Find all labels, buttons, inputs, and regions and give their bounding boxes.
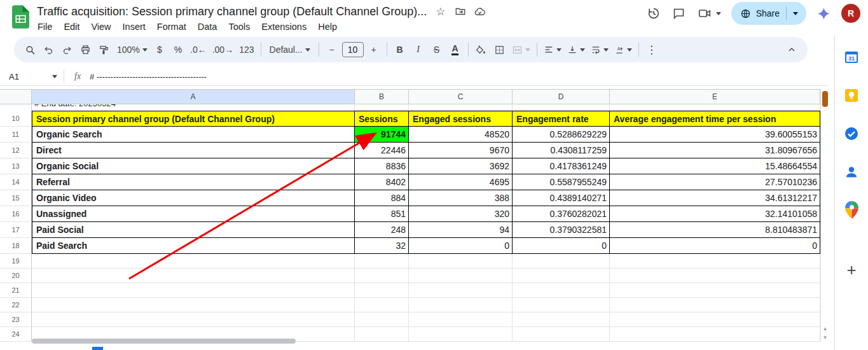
scroll-up-icon[interactable]: ▲ — [821, 325, 829, 333]
cell-D10[interactable]: Engagement rate — [513, 111, 610, 127]
account-avatar[interactable]: R — [841, 4, 860, 23]
number-format-button[interactable]: 123 — [237, 41, 256, 59]
cell-C21[interactable] — [409, 283, 513, 298]
cell-E13[interactable]: 15.48664554 — [610, 158, 820, 174]
row-header-18[interactable]: 18 — [0, 238, 32, 254]
menu-file[interactable]: File — [32, 20, 58, 33]
row-header-13[interactable]: 13 — [0, 158, 32, 174]
zoom-select[interactable]: 100% — [114, 41, 149, 59]
comments-icon[interactable] — [672, 6, 687, 21]
row-header-23[interactable]: 23 — [0, 312, 32, 327]
fill-color-button[interactable] — [473, 41, 490, 59]
share-button[interactable]: Share — [731, 2, 806, 25]
bold-button[interactable]: B — [392, 41, 408, 59]
collapse-toolbar-button[interactable] — [783, 41, 800, 59]
cell-E14[interactable]: 27.57010236 — [610, 174, 820, 190]
menu-format[interactable]: Format — [151, 20, 192, 33]
cell-E15[interactable]: 34.61312217 — [610, 190, 820, 206]
cell-C22[interactable] — [409, 298, 513, 312]
cell-C10[interactable]: Engaged sessions — [409, 111, 513, 127]
row-header-11[interactable]: 11 — [0, 127, 32, 143]
cell-A16[interactable]: Unassigned — [32, 206, 355, 222]
cell-E17[interactable]: 8.810483871 — [610, 222, 820, 238]
horizontal-scroll-thumb[interactable] — [32, 339, 296, 344]
gemini-sparkle-icon[interactable] — [816, 6, 831, 21]
row-header-17[interactable]: 17 — [0, 222, 32, 238]
cell-A18[interactable]: Paid Search — [32, 238, 355, 254]
currency-format-button[interactable]: $ — [151, 41, 168, 59]
sheets-logo-icon[interactable] — [12, 5, 29, 36]
cell-B18[interactable]: 32 — [355, 238, 409, 254]
share-dropdown[interactable] — [787, 2, 806, 25]
star-icon[interactable]: ☆ — [434, 6, 446, 18]
menu-data[interactable]: Data — [192, 20, 223, 33]
calendar-icon[interactable]: 31 — [844, 50, 859, 65]
strikethrough-button[interactable]: S — [429, 41, 445, 59]
cell-D13[interactable]: 0.4178361249 — [513, 158, 610, 174]
cell-A21[interactable] — [32, 283, 355, 298]
vertical-scrollbar[interactable]: ▲ ▼ — [820, 89, 829, 342]
column-header-E[interactable]: E — [610, 90, 820, 104]
menu-view[interactable]: View — [85, 20, 116, 33]
cell-B17[interactable]: 248 — [355, 222, 409, 238]
cell-A10[interactable]: Session primary channel group (Default C… — [32, 111, 355, 127]
cell-A11[interactable]: Organic Search — [32, 127, 355, 143]
cell-E12[interactable]: 31.80967656 — [610, 143, 820, 158]
cell-D23[interactable] — [513, 312, 610, 327]
horizontal-scrollbar[interactable] — [32, 337, 820, 345]
meet-call-control[interactable] — [697, 6, 721, 21]
text-wrap-button[interactable] — [589, 41, 610, 59]
row-header-16[interactable]: 16 — [0, 206, 32, 222]
cell-B21[interactable] — [355, 283, 409, 298]
cell-A20[interactable] — [32, 269, 355, 283]
column-header-A[interactable]: A — [32, 90, 355, 104]
row-header-10[interactable]: 10 — [0, 111, 32, 127]
cell-E19[interactable] — [610, 254, 820, 269]
text-color-button[interactable]: A — [451, 44, 458, 55]
search-icon[interactable] — [22, 41, 38, 59]
more-options-button[interactable]: ⋮ — [644, 41, 660, 59]
cell-D11[interactable]: 0.5288629229 — [513, 127, 610, 143]
cell-E20[interactable] — [610, 269, 820, 283]
cell-E22[interactable] — [610, 298, 820, 312]
cell-E16[interactable]: 32.14101058 — [610, 206, 820, 222]
cell-D-partial[interactable] — [513, 104, 610, 111]
cell-A17[interactable]: Paid Social — [32, 222, 355, 238]
font-size-input[interactable]: 10 — [342, 42, 364, 57]
increase-font-size-button[interactable]: + — [366, 41, 382, 59]
cell-B14[interactable]: 8402 — [355, 174, 409, 190]
column-header-C[interactable]: C — [409, 90, 513, 104]
paint-format-button[interactable] — [95, 41, 112, 59]
cell-C13[interactable]: 3692 — [409, 158, 513, 174]
cell-B20[interactable] — [355, 269, 409, 283]
menu-extensions[interactable]: Extensions — [256, 20, 312, 33]
cell-A22[interactable] — [32, 298, 355, 312]
font-select[interactable]: Defaul... — [266, 41, 314, 59]
cell-C19[interactable] — [409, 254, 513, 269]
row-header-22[interactable]: 22 — [0, 298, 32, 312]
cell-E11[interactable]: 39.60055153 — [610, 127, 820, 143]
column-header-D[interactable]: D — [513, 90, 610, 104]
undo-button[interactable] — [40, 41, 57, 59]
cell-B23[interactable] — [355, 312, 409, 327]
row-header-partial[interactable] — [0, 104, 32, 111]
cell-A12[interactable]: Direct — [32, 143, 355, 158]
formula-input[interactable]: # --------------------------------------… — [90, 72, 207, 81]
row-header-15[interactable]: 15 — [0, 190, 32, 206]
borders-button[interactable] — [492, 41, 508, 59]
move-folder-icon[interactable] — [454, 6, 466, 18]
cell-B19[interactable] — [355, 254, 409, 269]
cell-D20[interactable] — [513, 269, 610, 283]
print-button[interactable] — [77, 41, 93, 59]
cell-C12[interactable]: 9670 — [409, 143, 513, 158]
document-title[interactable]: Traffic acquisition: Session primary cha… — [37, 5, 427, 18]
vertical-align-button[interactable] — [565, 41, 587, 59]
tasks-icon[interactable] — [844, 126, 859, 141]
cell-E10[interactable]: Average engagement time per session — [610, 111, 820, 127]
cell-B13[interactable]: 8836 — [355, 158, 409, 174]
cell-A13[interactable]: Organic Social — [32, 158, 355, 174]
partial-row-cell[interactable]: # End date: 20250324 — [32, 104, 355, 111]
cell-D15[interactable]: 0.4389140271 — [513, 190, 610, 206]
row-header-14[interactable]: 14 — [0, 174, 32, 190]
cell-B10[interactable]: Sessions — [355, 111, 409, 127]
